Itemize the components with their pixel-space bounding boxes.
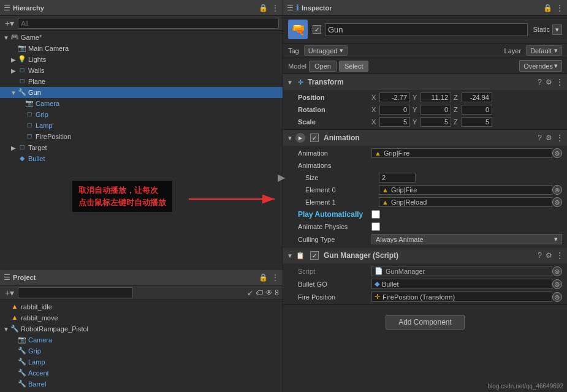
tree-item-lamp[interactable]: □ Lamp [0, 120, 283, 131]
game-icon: 🎮 [10, 33, 20, 42]
static-label: Static [533, 26, 550, 33]
project-icon1[interactable]: ↙ [247, 288, 253, 297]
bullet-go-picker[interactable]: ◎ [552, 279, 562, 289]
project-item-lamp2[interactable]: 🔧 Lamp [0, 356, 283, 368]
pos-z-input[interactable] [462, 92, 492, 102]
element1-picker[interactable]: ◎ [552, 197, 562, 207]
barrel-icon: 🔧 [17, 380, 27, 388]
fire-position-picker[interactable]: ◎ [552, 292, 562, 302]
grip2-icon: 🔧 [17, 347, 27, 355]
gun-manager-more-icon[interactable]: ⋮ [556, 251, 563, 260]
overrides-button[interactable]: Overrides ▾ [519, 60, 562, 72]
hierarchy-collapse-icon[interactable]: ☰ [4, 4, 10, 12]
tree-item-camera[interactable]: 📷 Camera [0, 98, 283, 109]
project-collapse-icon[interactable]: ☰ [4, 273, 10, 282]
inspector-panel: ☰ ℹ Inspector 🔒 ⋮ 🔫 ✓ Static ▾ [283, 0, 567, 392]
project-icon3[interactable]: 👁 8 [265, 288, 279, 297]
rot-y-input[interactable] [420, 105, 451, 115]
tree-item-lights[interactable]: ▶ 💡 Lights [0, 54, 283, 65]
gun-manager-section: ▼ 📋 ✓ Gun Manager (Script) ? ⚙ ⋮ Script [283, 247, 567, 305]
select-button[interactable]: Select [339, 61, 369, 72]
project-item-accent[interactable]: 🔧 Accent [0, 368, 283, 379]
inspector-collapse-icon[interactable]: ☰ [287, 4, 294, 12]
tree-label-lights: Lights [28, 56, 46, 63]
animation-header[interactable]: ▼ ▶ ✓ Animation ? ⚙ ⋮ [283, 130, 567, 146]
layer-dropdown[interactable]: Default ▾ [526, 45, 562, 56]
tree-item-grip[interactable]: □ Grip [0, 109, 283, 120]
transform-header[interactable]: ▼ ✛ Transform ? ⚙ ⋮ [283, 74, 567, 90]
gun-manager-help-icon[interactable]: ? [538, 251, 542, 260]
inspector-lock-icon[interactable]: 🔒 [543, 4, 552, 12]
project-item-rabbit-move[interactable]: ▲ rabbit_move [0, 312, 283, 323]
gun-manager-settings-icon[interactable]: ⚙ [546, 251, 552, 260]
inspector-title: Inspector [302, 4, 543, 12]
transform-more-icon[interactable]: ⋮ [556, 78, 563, 86]
object-enabled-checkbox[interactable]: ✓ [313, 25, 321, 34]
project-item-rabbit-idle[interactable]: ▲ rabbit_idle [0, 301, 283, 312]
transform-settings-icon[interactable]: ⚙ [546, 78, 552, 86]
inspector-more-icon[interactable]: ⋮ [556, 4, 563, 12]
animation-settings-icon[interactable]: ⚙ [546, 134, 552, 142]
plane-icon: □ [17, 77, 27, 86]
add-component-button[interactable]: Add Component [386, 315, 465, 330]
tree-item-bullet[interactable]: ◆ Bullet [0, 153, 283, 164]
rot-x-input[interactable] [379, 105, 410, 115]
tree-item-maincamera[interactable]: 📷 Main Camera [0, 43, 283, 54]
project-label-lamp2: Lamp [28, 358, 45, 366]
animation-enabled-check[interactable]: ✓ [310, 134, 319, 142]
rot-z-input[interactable] [462, 105, 492, 115]
script-picker[interactable]: ◎ [552, 266, 562, 276]
animation-clip-label: Animation [298, 149, 371, 157]
tree-item-walls[interactable]: ▶ □ Walls [0, 65, 283, 76]
tree-item-game[interactable]: ▼ 🎮 Game* [0, 32, 283, 43]
culling-type-label: Culling Type [298, 236, 371, 243]
culling-type-value: Always Animate [376, 236, 424, 243]
object-name-input[interactable] [325, 23, 528, 36]
animation-clip-picker[interactable]: ◎ [552, 148, 562, 158]
script-row: Script 📄 GunManager ◎ [283, 265, 567, 277]
position-label: Position [298, 94, 371, 101]
project-item-barrel[interactable]: 🔧 Barrel [0, 379, 283, 390]
project-item-camera2[interactable]: 📷 Camera [0, 334, 283, 345]
play-automatically-checkbox[interactable] [371, 210, 380, 219]
element0-picker[interactable]: ◎ [552, 185, 562, 195]
project-icon2[interactable]: 🏷 [256, 288, 263, 297]
scale-x-input[interactable] [379, 117, 410, 127]
hierarchy-more-icon[interactable]: ⋮ [272, 4, 279, 12]
animation-play-icon: ▶ [295, 133, 305, 143]
element1-value: Grip|Reload [391, 198, 427, 206]
tag-dropdown[interactable]: Untagged ▾ [304, 45, 348, 56]
transform-help-icon[interactable]: ? [538, 78, 542, 86]
project-add-button[interactable]: +▾ [4, 288, 15, 298]
culling-type-dropdown[interactable]: Always Animate ▾ [371, 234, 562, 244]
gun-manager-enabled-check[interactable]: ✓ [310, 251, 319, 260]
animations-size-input[interactable] [379, 173, 416, 183]
script-file-icon: 📄 [375, 267, 383, 275]
open-button[interactable]: Open [309, 61, 337, 72]
scale-y-input[interactable] [420, 117, 451, 127]
project-more-icon[interactable]: ⋮ [272, 273, 279, 282]
hierarchy-add-button[interactable]: +▾ [4, 18, 15, 28]
project-search-input[interactable] [18, 287, 133, 298]
animation-clip-row: Animation ▲ Grip|Fire ◎ [283, 147, 567, 159]
pos-x-input[interactable] [379, 92, 410, 102]
gun-manager-header[interactable]: ▼ 📋 ✓ Gun Manager (Script) ? ⚙ ⋮ [283, 247, 567, 263]
hierarchy-search-input[interactable] [18, 18, 279, 29]
tree-item-gun[interactable]: ▼ 🔧 Gun [0, 87, 283, 98]
gun-manager-body: Script 📄 GunManager ◎ Bullet GO ◆ Bullet [283, 263, 567, 304]
scale-z-label: Z [454, 118, 460, 126]
project-item-robotrampage[interactable]: ▼ 🔧 RobotRampage_Pistol [0, 323, 283, 334]
static-dropdown[interactable]: ▾ [552, 24, 562, 35]
project-lock-icon[interactable]: 🔒 [259, 273, 268, 282]
animation-more-icon[interactable]: ⋮ [556, 134, 563, 142]
hierarchy-lock-icon[interactable]: 🔒 [259, 4, 268, 12]
tree-item-target[interactable]: ▶ □ Target [0, 142, 283, 153]
scale-z-input[interactable] [462, 117, 492, 127]
animate-physics-checkbox[interactable] [371, 222, 380, 231]
tree-item-plane[interactable]: □ Plane [0, 76, 283, 87]
pos-y-input[interactable] [420, 92, 451, 102]
animation-help-icon[interactable]: ? [538, 134, 542, 142]
tree-item-fireposition[interactable]: □ FirePosition [0, 131, 283, 142]
project-item-grip2[interactable]: 🔧 Grip [0, 345, 283, 356]
inspector-header-icon: ℹ [296, 3, 299, 12]
